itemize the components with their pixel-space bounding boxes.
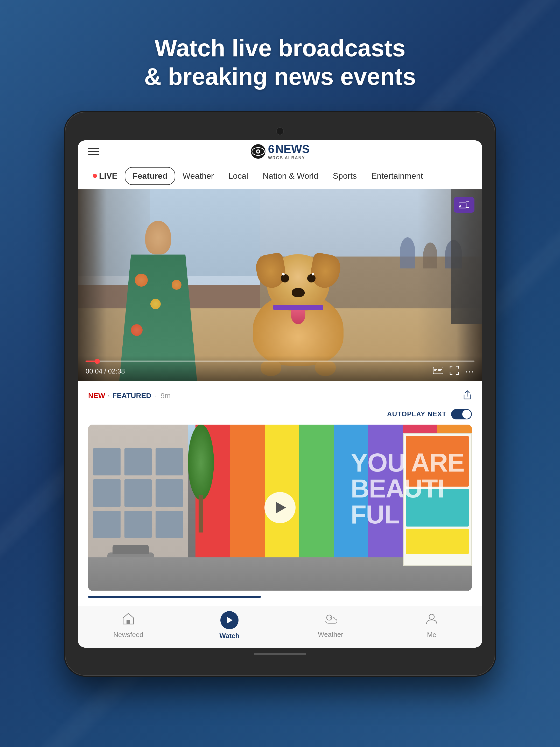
tab-me[interactable]: Me bbox=[381, 612, 482, 639]
tablet-device: 6 NEWS WRGB ALBANY LIVE Featured Weather… bbox=[65, 112, 495, 676]
svg-rect-7 bbox=[434, 369, 437, 369]
video-controls: 00:04 / 02:38 bbox=[78, 355, 482, 381]
video-thumbnail-dog bbox=[78, 189, 482, 381]
tab-newsfeed[interactable]: Newsfeed bbox=[78, 612, 179, 639]
video-thumbnail-mural: YOU AREBEAUTIFUL Live Broadcast bbox=[88, 424, 472, 591]
svg-rect-10 bbox=[438, 370, 441, 371]
nav-tabs: LIVE Featured Weather Local Nation & Wor… bbox=[78, 163, 482, 189]
app-header: 6 NEWS WRGB ALBANY bbox=[78, 140, 482, 163]
tab-sports[interactable]: Sports bbox=[326, 168, 364, 184]
play-icon bbox=[276, 502, 286, 513]
content-meta: NEW › FEATURED · 9m bbox=[88, 389, 472, 403]
tablet-top-bar bbox=[78, 127, 482, 135]
profile-icon bbox=[425, 612, 438, 628]
svg-point-5 bbox=[459, 206, 459, 207]
meta-tags: NEW › FEATURED · 9m bbox=[88, 392, 170, 400]
tab-weather-bottom[interactable]: Weather bbox=[280, 612, 381, 639]
tablet-camera bbox=[276, 127, 284, 135]
tab-local[interactable]: Local bbox=[221, 168, 256, 184]
watch-play-icon bbox=[220, 611, 239, 629]
video-card[interactable]: YOU AREBEAUTIFUL Live Broadcast bbox=[88, 424, 472, 591]
tab-entertainment[interactable]: Entertainment bbox=[364, 168, 430, 184]
scroll-indicator bbox=[88, 596, 261, 598]
svg-rect-8 bbox=[434, 370, 436, 371]
mural-text: YOU AREBEAUTIFUL bbox=[351, 449, 464, 527]
home-icon bbox=[122, 612, 135, 628]
fullscreen-icon bbox=[450, 366, 459, 375]
subtitles-icon bbox=[433, 367, 443, 374]
svg-point-13 bbox=[429, 614, 434, 619]
tablet-bottom-bar bbox=[78, 653, 482, 655]
tab-nation-world[interactable]: Nation & World bbox=[256, 168, 326, 184]
video-player[interactable]: 00:04 / 02:38 bbox=[78, 189, 482, 381]
svg-rect-9 bbox=[438, 369, 442, 369]
autoplay-toggle[interactable] bbox=[451, 409, 472, 419]
home-indicator bbox=[254, 653, 306, 655]
cast-button[interactable] bbox=[454, 197, 475, 213]
progress-fill bbox=[85, 361, 97, 362]
play-button[interactable] bbox=[264, 492, 296, 523]
tab-live[interactable]: LIVE bbox=[85, 168, 125, 184]
progress-bar[interactable] bbox=[85, 361, 475, 362]
content-area: NEW › FEATURED · 9m AUTOPLAY NEXT bbox=[78, 381, 482, 606]
svg-rect-11 bbox=[127, 620, 130, 624]
share-icon bbox=[462, 389, 472, 401]
tab-watch[interactable]: Watch bbox=[179, 611, 280, 640]
logo-text: 6 NEWS WRGB ALBANY bbox=[268, 143, 310, 160]
share-button[interactable] bbox=[462, 389, 472, 403]
tablet-screen: 6 NEWS WRGB ALBANY LIVE Featured Weather… bbox=[78, 140, 482, 648]
svg-point-3 bbox=[257, 150, 259, 153]
live-indicator bbox=[93, 174, 97, 178]
dog-illustration bbox=[253, 293, 344, 366]
toggle-knob bbox=[462, 410, 471, 419]
time-display: 00:04 / 02:38 bbox=[85, 367, 125, 375]
page-title: Watch live broadcasts & breaking news ev… bbox=[144, 34, 416, 91]
tab-featured[interactable]: Featured bbox=[125, 167, 175, 185]
autoplay-row: AUTOPLAY NEXT bbox=[88, 409, 472, 419]
app-logo: 6 NEWS WRGB ALBANY bbox=[250, 143, 310, 160]
subtitles-button[interactable] bbox=[433, 366, 443, 376]
bottom-tab-bar: Newsfeed Watch Weather bbox=[78, 606, 482, 648]
progress-handle[interactable] bbox=[95, 359, 100, 364]
hamburger-menu[interactable] bbox=[88, 148, 99, 155]
weather-icon bbox=[324, 612, 338, 628]
more-options-button[interactable]: ··· bbox=[465, 366, 475, 377]
tab-weather[interactable]: Weather bbox=[175, 168, 221, 184]
cbs-eye-icon bbox=[250, 144, 266, 159]
cast-icon bbox=[459, 201, 470, 209]
fullscreen-button[interactable] bbox=[450, 366, 459, 377]
